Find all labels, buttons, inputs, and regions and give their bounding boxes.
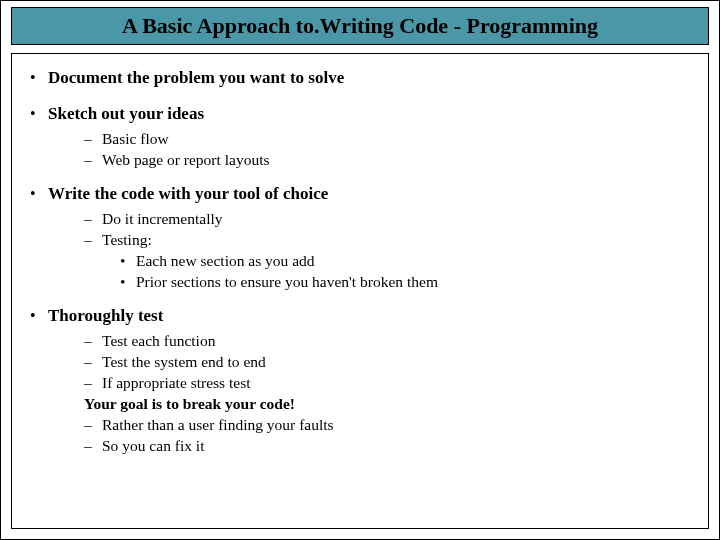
bullet-1-text: Document the problem you want to solve: [48, 68, 344, 88]
bullet-2: • Sketch out your ideas: [30, 104, 690, 124]
sub-text: Testing:: [102, 229, 152, 250]
sub-text: Do it incrementally: [102, 208, 223, 229]
sub-item: –Testing:: [84, 229, 690, 250]
bullet-2-text: Sketch out your ideas: [48, 104, 204, 124]
bullet-3-sub: –Do it incrementally –Testing: •Each new…: [30, 208, 690, 292]
bullet-icon: •: [30, 68, 48, 88]
bullet-3-text: Write the code with your tool of choice: [48, 184, 328, 204]
title-bar: A Basic Approach to.Writing Code - Progr…: [11, 7, 709, 45]
sub-item: –Rather than a user finding your faults: [84, 414, 690, 435]
sub-text: Test the system end to end: [102, 351, 266, 372]
tert-text: Prior sections to ensure you haven't bro…: [136, 271, 438, 292]
sub-text: So you can fix it: [102, 435, 204, 456]
content-box: • Document the problem you want to solve…: [11, 53, 709, 529]
sub-text: Web page or report layouts: [102, 149, 269, 170]
sub-text: Rather than a user finding your faults: [102, 414, 334, 435]
sub-item: –Do it incrementally: [84, 208, 690, 229]
sub-item: –Web page or report layouts: [84, 149, 690, 170]
tert-item: •Prior sections to ensure you haven't br…: [120, 271, 690, 292]
bullet-4-sub: –Test each function –Test the system end…: [30, 330, 690, 456]
tert-item: •Each new section as you add: [120, 250, 690, 271]
sub-item: –Basic flow: [84, 128, 690, 149]
slide-title: A Basic Approach to.Writing Code - Progr…: [122, 13, 598, 39]
bullet-icon: •: [30, 104, 48, 124]
sub-text: Basic flow: [102, 128, 169, 149]
emphasis-line: Your goal is to break your code!: [84, 393, 690, 414]
bullet-1: • Document the problem you want to solve: [30, 68, 690, 88]
bullet-icon: •: [30, 184, 48, 204]
bullet-2-sub: –Basic flow –Web page or report layouts: [30, 128, 690, 170]
sub-item: –If appropriate stress test: [84, 372, 690, 393]
sub-item: –Test the system end to end: [84, 351, 690, 372]
tert-text: Each new section as you add: [136, 250, 315, 271]
sub-item: –So you can fix it: [84, 435, 690, 456]
bullet-4-text: Thoroughly test: [48, 306, 163, 326]
bullet-4: • Thoroughly test: [30, 306, 690, 326]
bullet-3: • Write the code with your tool of choic…: [30, 184, 690, 204]
slide-container: A Basic Approach to.Writing Code - Progr…: [0, 0, 720, 540]
bullet-3-tert: •Each new section as you add •Prior sect…: [84, 250, 690, 292]
sub-item: –Test each function: [84, 330, 690, 351]
sub-text: If appropriate stress test: [102, 372, 251, 393]
sub-text: Test each function: [102, 330, 215, 351]
bullet-icon: •: [30, 306, 48, 326]
